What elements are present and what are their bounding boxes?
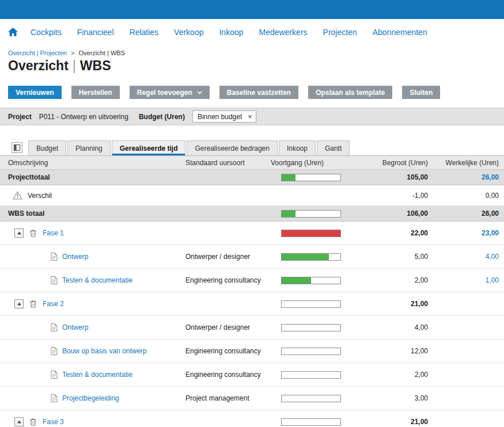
phase-link[interactable]: Fase 1 — [43, 229, 64, 237]
progress-fill — [282, 230, 340, 237]
row-description-cell: Projecttotaal — [0, 173, 185, 181]
table-row: Fase 122,0023,00 — [0, 222, 504, 245]
werkelijk-cell[interactable]: 1,00 — [428, 276, 504, 284]
progress-cell — [271, 210, 342, 218]
task-link[interactable]: Bouw op basis van ontwerp — [62, 347, 147, 355]
table-row: ProjectbegeleidingProject management3,00 — [0, 387, 504, 410]
uursoort-cell: Engineering consultancy — [185, 371, 271, 379]
begroot-cell: 12,00 — [342, 347, 428, 355]
uursoort-cell: Ontwerper / designer — [185, 323, 271, 331]
task-link[interactable]: Projectbegeleiding — [62, 394, 119, 402]
progress-cell — [271, 348, 342, 355]
werkelijk-cell: 0,00 — [428, 192, 504, 200]
row-description-cell: Fase 3 — [0, 417, 185, 426]
vernieuwen-button[interactable]: Vernieuwen — [8, 86, 62, 99]
collapse-row-icon[interactable] — [14, 299, 24, 308]
table-row: Fase 221,00 — [0, 292, 504, 316]
collapse-row-icon[interactable] — [14, 417, 24, 426]
nav-item-verkoop[interactable]: Verkoop — [174, 28, 203, 37]
breadcrumb-separator: > — [71, 49, 74, 56]
progress-cell — [271, 230, 342, 237]
progress-cell — [271, 371, 342, 379]
task-link[interactable]: Ontwerp — [62, 253, 88, 261]
project-filter-value: P011 - Ontwerp en uitvoering — [39, 113, 128, 121]
tab-planning[interactable]: Planning — [67, 140, 111, 155]
phase-link[interactable]: Fase 3 — [43, 418, 64, 426]
budget-filter-label: Budget (Uren) — [139, 113, 185, 121]
project-filter-label: Project — [8, 113, 32, 121]
nav-item-medewerkers[interactable]: Medewerkers — [259, 28, 308, 37]
progress-bar — [281, 230, 341, 237]
budget-filter-chip[interactable]: Binnen budget × — [192, 110, 256, 123]
delete-row-icon[interactable] — [29, 418, 37, 426]
nav-item-inkoop[interactable]: Inkoop — [219, 28, 243, 37]
begroot-cell: 2,00 — [342, 276, 428, 284]
task-link[interactable]: Testen & documentatie — [62, 371, 132, 379]
page-title: Overzicht|WBS — [0, 56, 504, 73]
progress-bar — [281, 253, 341, 261]
table-header: OmschrijvingStandaard uursoortVoortgang … — [0, 156, 504, 170]
regel-toevoegen-button[interactable]: Regel toevoegen — [130, 86, 210, 99]
progress-fill — [282, 174, 295, 181]
button-label: Sluiten — [410, 89, 433, 97]
table-row: Testen & documentatieEngineering consult… — [0, 269, 504, 292]
nav-item-financieel[interactable]: Financieel — [77, 28, 114, 37]
table-body: Projecttotaal105,0026,00Verschil-1,000,0… — [0, 170, 504, 427]
werkelijk-cell[interactable]: 4,00 — [428, 253, 504, 261]
table-row: WBS totaal106,0026,00 — [0, 206, 504, 222]
phase-link[interactable]: Fase 2 — [43, 300, 64, 308]
task-link[interactable]: Ontwerp — [62, 323, 88, 331]
row-label: WBS totaal — [8, 209, 44, 218]
sluiten-button[interactable]: Sluiten — [402, 86, 440, 99]
delete-row-icon[interactable] — [29, 300, 37, 308]
table-row: Testen & documentatieEngineering consult… — [0, 363, 504, 387]
werkelijk-cell[interactable]: 26,00 — [428, 173, 504, 181]
nav-item-relaties[interactable]: Relaties — [130, 28, 159, 37]
progress-cell — [271, 174, 342, 181]
tab-gerealiseerde-tijd[interactable]: Gerealiseerde tijd — [112, 140, 186, 155]
progress-bar — [281, 395, 341, 402]
nav-item-projecten[interactable]: Projecten — [323, 28, 357, 37]
row-label: Verschil — [28, 192, 52, 200]
progress-bar — [281, 418, 341, 426]
progress-bar — [281, 277, 341, 284]
dock-panel-icon[interactable] — [12, 142, 22, 153]
nav-item-abonnementen[interactable]: Abonnementen — [373, 28, 427, 37]
progress-bar — [281, 371, 341, 379]
tabs: BudgetPlanningGerealiseerde tijdGerealis… — [28, 140, 350, 155]
tab-budget[interactable]: Budget — [28, 140, 66, 155]
tab-gantt[interactable]: Gantt — [317, 140, 350, 155]
uursoort-cell: Engineering consultancy — [185, 347, 271, 355]
table-row: Bouw op basis van ontwerpEngineering con… — [0, 340, 504, 363]
begroot-cell: 3,00 — [342, 394, 428, 402]
tab-gerealiseerde-bedragen[interactable]: Gerealiseerde bedragen — [187, 140, 277, 155]
home-icon[interactable] — [8, 28, 18, 36]
row-description-cell: Testen & documentatie — [0, 276, 185, 284]
nav-item-cockpits[interactable]: Cockpits — [31, 28, 62, 37]
herstellen-button[interactable]: Herstellen — [71, 86, 120, 99]
row-description-cell: Ontwerp — [0, 323, 185, 331]
begroot-cell: 22,00 — [342, 229, 428, 237]
werkelijk-cell[interactable]: 23,00 — [428, 229, 504, 237]
progress-fill — [282, 211, 295, 217]
baseline-vastzetten-button[interactable]: Baseline vastzetten — [219, 86, 298, 99]
progress-cell — [271, 277, 342, 284]
delete-row-icon[interactable] — [29, 229, 37, 237]
breadcrumb-link[interactable]: Overzicht | Projecten — [8, 49, 67, 56]
progress-fill — [282, 277, 311, 284]
button-label: Herstellen — [79, 89, 112, 97]
breadcrumb-current: Overzicht | WBS — [78, 49, 124, 56]
opslaan-als-template-button[interactable]: Opslaan als template — [308, 86, 392, 99]
tab-inkoop[interactable]: Inkoop — [279, 140, 316, 155]
progress-cell — [271, 324, 342, 331]
progress-cell — [271, 253, 342, 261]
begroot-cell: 5,00 — [342, 253, 428, 261]
begroot-cell: 21,00 — [342, 300, 428, 308]
begroot-cell: 21,00 — [342, 418, 428, 426]
button-label: Regel toevoegen — [137, 89, 192, 97]
task-link[interactable]: Testen & documentatie — [62, 276, 132, 284]
collapse-row-icon[interactable] — [14, 228, 24, 238]
remove-filter-icon[interactable]: × — [244, 113, 256, 120]
wbs-table: OmschrijvingStandaard uursoortVoortgang … — [0, 156, 504, 427]
progress-bar — [281, 300, 341, 308]
